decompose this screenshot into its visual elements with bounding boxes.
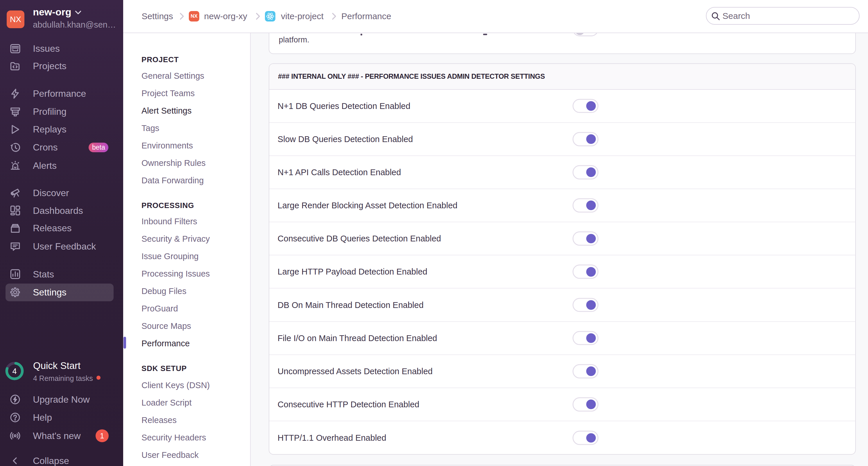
- svg-text:4: 4: [12, 367, 17, 376]
